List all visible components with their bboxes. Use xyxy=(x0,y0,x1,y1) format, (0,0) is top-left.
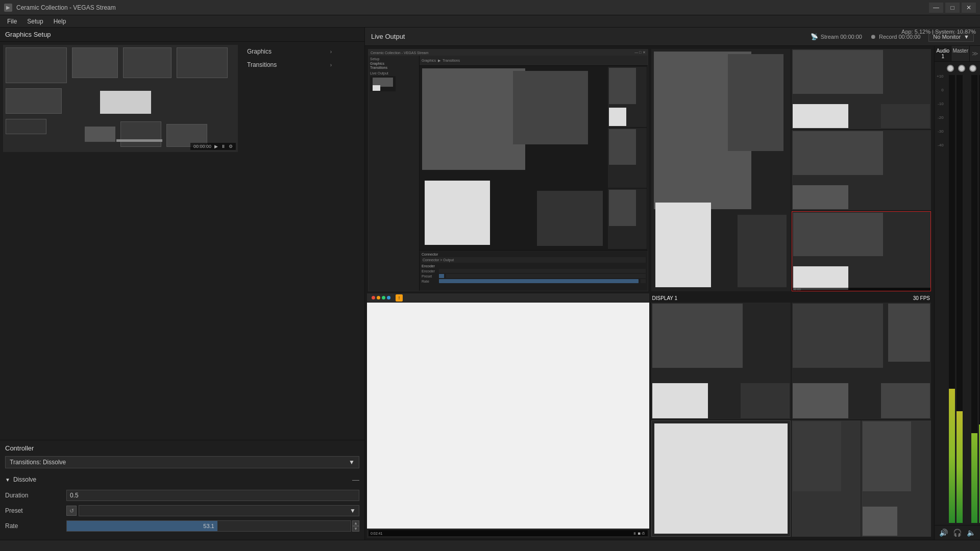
right-panel: Live Output 📡 Stream 00:00:00 ⏺ Record 0… xyxy=(365,28,980,540)
embedded-titlebar: Ceramic Collection - VEGAS Stream — □ ✕ xyxy=(369,49,648,56)
display-label: DISPLAY 1 xyxy=(652,295,678,301)
rate-stepper: ▲ ▼ xyxy=(352,520,359,532)
dissolve-header: ▼ Dissolve — xyxy=(5,473,359,486)
panel3-timer: 0:02:41 ⏸ ⏹ ⚙ xyxy=(369,530,648,536)
dissolve-section: ▼ Dissolve — Duration Preset ↺ xyxy=(5,473,359,532)
audio-tab-master[interactable]: Master xyxy=(951,46,970,61)
duration-label: Duration xyxy=(5,492,66,499)
transitions-label: Transitions xyxy=(247,61,277,68)
collapse-arrow[interactable]: ▼ xyxy=(5,477,10,483)
graphics-menu: Graphics › Transitions › xyxy=(241,42,338,440)
meter-bar-left xyxy=(949,389,955,523)
controller-dropdown-value: Transitions: Dissolve xyxy=(10,459,66,466)
preview-toolbar: 00:00:00 ▶ ⏸ ⚙ xyxy=(190,143,236,150)
duration-row: Duration xyxy=(5,490,359,501)
ev-minimize[interactable]: — xyxy=(634,51,638,55)
timer-controls: ⏸ ⏹ ⚙ xyxy=(633,532,646,535)
rate-slider-container: 53.1 xyxy=(66,520,351,532)
rate-label: Rate xyxy=(5,522,66,530)
fps-label: 30 FPS xyxy=(913,295,930,301)
controller-dropdown[interactable]: Transitions: Dissolve ▼ xyxy=(5,456,359,468)
left-panel: Graphics Setup xyxy=(0,28,365,540)
menubar: File Setup Help xyxy=(0,15,980,28)
live-output-header: Live Output 📡 Stream 00:00:00 ⏺ Record 0… xyxy=(365,28,980,46)
menu-help[interactable]: Help xyxy=(48,17,71,26)
main-content: Graphics Setup xyxy=(0,28,980,540)
master-knob-1[interactable] xyxy=(969,65,976,72)
chevron-icon-2: › xyxy=(330,62,332,68)
audio-expand-btn[interactable]: ≫ xyxy=(970,46,980,61)
ev-maximize[interactable]: □ xyxy=(639,51,641,55)
rate-decrement-btn[interactable]: ▼ xyxy=(352,526,359,532)
embedded-vegas-window: Ceramic Collection - VEGAS Stream — □ ✕ … xyxy=(368,49,648,291)
rate-slider-value: 53.1 xyxy=(203,523,214,529)
meter-bar-right xyxy=(957,411,963,523)
stream-icon: 📡 xyxy=(811,33,818,40)
lo-panel-2: 00:00 xyxy=(650,48,933,292)
embedded-body: Setup Graphics Transitions Live Output xyxy=(369,56,648,291)
rate-increment-btn[interactable]: ▲ xyxy=(352,520,359,526)
app-stats: App: 5.12% | System: 10.87% xyxy=(901,29,976,35)
graphics-setup-body: 00:00:00 ▶ ⏸ ⚙ Graphics › Transitions › xyxy=(0,42,364,440)
duration-input[interactable] xyxy=(66,490,359,501)
dot-red xyxy=(372,296,375,299)
graphics-label: Graphics xyxy=(247,48,272,55)
window-title: Ceramic Collection - VEGAS Stream xyxy=(16,4,925,11)
maximize-button[interactable]: □ xyxy=(945,3,960,13)
rate-row: Rate 53.1 ▲ ▼ xyxy=(5,520,359,532)
window-controls: — □ ✕ xyxy=(929,3,976,13)
headphone-btn[interactable]: 🎧 xyxy=(953,529,962,537)
rate-slider-bg[interactable]: 53.1 xyxy=(66,520,351,532)
app-icon: ▶ xyxy=(4,4,12,12)
menu-item-graphics[interactable]: Graphics › xyxy=(241,45,338,58)
preset-label: Preset xyxy=(5,507,66,514)
stream-label: Stream 00:00:00 xyxy=(821,34,862,40)
live-output-title: Live Output xyxy=(371,33,802,40)
audio-knob-1[interactable] xyxy=(947,65,954,72)
dot-blue xyxy=(387,296,390,299)
preset-row: Preset ↺ ▼ xyxy=(5,505,359,516)
status-bar xyxy=(0,540,980,551)
master-bar-left xyxy=(971,433,977,523)
audio-knob-2[interactable] xyxy=(958,65,965,72)
lo-panel-3: ! 0:02:41 ⏸ ⏹ ⚙ xyxy=(367,293,649,538)
timer-value: 0:02:41 xyxy=(371,532,382,535)
audio-controls: 🔊 🎧 🔈 xyxy=(935,525,980,540)
toolbar-play[interactable]: ▶ xyxy=(214,144,218,149)
preset-dropdown[interactable]: ▼ xyxy=(79,505,359,516)
speaker-btn[interactable]: 🔈 xyxy=(967,529,975,537)
dissolve-collapse-btn[interactable]: — xyxy=(352,475,359,484)
toolbar-settings[interactable]: ⚙ xyxy=(229,144,233,149)
lo-panel-1: Ceramic Collection - VEGAS Stream — □ ✕ … xyxy=(367,48,649,292)
dissolve-title: ▼ Dissolve xyxy=(5,476,36,483)
menu-item-transitions[interactable]: Transitions › xyxy=(241,58,338,71)
dot-yellow xyxy=(377,296,380,299)
mac-dots xyxy=(370,294,392,301)
menu-file[interactable]: File xyxy=(2,17,22,26)
preset-arrow: ▼ xyxy=(350,507,356,514)
lo-grid: Ceramic Collection - VEGAS Stream — □ ✕ … xyxy=(365,46,934,540)
volume-btn[interactable]: 🔊 xyxy=(939,529,948,537)
dot-green xyxy=(382,296,385,299)
minimize-button[interactable]: — xyxy=(929,3,943,13)
controller-section: Controller Transitions: Dissolve ▼ ▼ Dis… xyxy=(0,440,364,540)
ev-close[interactable]: ✕ xyxy=(643,51,646,55)
stream-stat: 📡 Stream 00:00:00 xyxy=(811,33,862,40)
graphics-preview: 00:00:00 ▶ ⏸ ⚙ xyxy=(3,45,238,152)
controller-header: Controller xyxy=(5,444,359,452)
preset-reset-btn[interactable]: ↺ xyxy=(66,506,77,516)
embedded-main: Graphics▶ Transitions xyxy=(420,56,648,291)
graphics-setup-header: Graphics Setup xyxy=(0,28,364,42)
close-button[interactable]: ✕ xyxy=(962,3,976,13)
audio-panel: Audio 1 Master ≫ +10 0 -10 -20 -30 -40 xyxy=(934,46,980,540)
menu-setup[interactable]: Setup xyxy=(22,17,48,26)
embedded-title: Ceramic Collection - VEGAS Stream xyxy=(371,51,429,55)
dropdown-arrow: ▼ xyxy=(349,459,355,466)
toolbar-pause[interactable]: ⏸ xyxy=(221,144,226,149)
preset-controls: ↺ ▼ xyxy=(66,505,359,516)
preview-canvas xyxy=(3,45,238,152)
rate-slider-fill xyxy=(67,521,217,531)
audio-tabs: Audio 1 Master ≫ xyxy=(935,46,980,62)
record-icon: ⏺ xyxy=(870,33,876,40)
audio-tab-1[interactable]: Audio 1 xyxy=(935,46,951,61)
